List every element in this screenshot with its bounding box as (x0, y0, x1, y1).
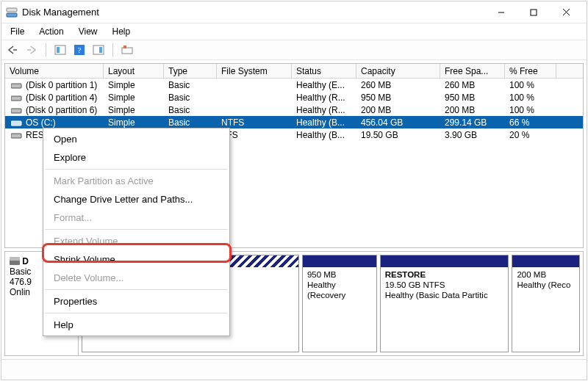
svg-rect-15 (11, 96, 21, 101)
minimize-button[interactable] (485, 2, 517, 23)
titlebar: Disk Management (1, 1, 587, 23)
column-volume[interactable]: Volume (5, 64, 104, 78)
column-capacity[interactable]: Capacity (356, 64, 440, 78)
context-menu-separator (45, 313, 228, 313)
context-menu-item[interactable]: Shrink Volume... (43, 250, 229, 269)
table-row[interactable]: (Disk 0 partition 4)SimpleBasicHealthy (… (5, 91, 583, 104)
partition-info: 950 MBHealthy (Recovery (303, 267, 376, 352)
maximize-button[interactable] (517, 2, 550, 23)
svg-rect-3 (531, 10, 537, 15)
cell-layout: Simple (104, 117, 164, 128)
close-button[interactable] (550, 2, 582, 23)
cell-free: 950 MB (440, 92, 505, 103)
disk-status: Onlin (10, 287, 30, 297)
svg-rect-12 (122, 48, 132, 54)
table-row[interactable]: (Disk 0 partition 1)SimpleBasicHealthy (… (5, 79, 583, 91)
menubar: File Action View Help (1, 23, 587, 40)
disk-size: 476.9 (10, 277, 32, 287)
cell-volume: OS (C:) (26, 117, 56, 128)
volume-icon (10, 119, 24, 126)
cell-free: 3.90 GB (440, 130, 505, 140)
partition-block[interactable]: 200 MBHealthy (Reco (512, 255, 580, 352)
cell-type: Basic (164, 80, 217, 90)
cell-status: Healthy (E... (292, 80, 356, 90)
cell-capacity: 19.50 GB (356, 130, 440, 140)
svg-rect-1 (7, 8, 17, 12)
cell-capacity: 260 MB (356, 80, 440, 90)
cell-status: Healthy (R... (292, 92, 356, 103)
table-header: Volume Layout Type File System Status Ca… (5, 64, 583, 79)
column-spacer (556, 64, 583, 78)
column-status[interactable]: Status (292, 64, 356, 78)
partition-header (512, 255, 579, 267)
context-menu-item[interactable]: Properties (43, 292, 229, 311)
partition-header (381, 255, 509, 267)
svg-rect-0 (7, 13, 17, 17)
toolbar-sep (46, 43, 46, 57)
cell-capacity: 456.04 GB (356, 117, 440, 128)
menu-file[interactable]: File (3, 25, 32, 38)
volume-icon (10, 131, 24, 139)
cell-volume: (Disk 0 partition 1) (26, 80, 97, 90)
context-menu-item[interactable]: Open (43, 130, 229, 148)
toolbar-button-3[interactable] (119, 42, 135, 58)
cell-capacity: 950 MB (356, 92, 440, 103)
menu-view[interactable]: View (71, 25, 105, 38)
context-menu-item: Extend Volume... (43, 232, 229, 250)
disk-type: Basic (10, 266, 31, 277)
cell-layout: Simple (104, 92, 164, 103)
context-menu: OpenExploreMark Partition as ActiveChang… (43, 128, 230, 336)
context-menu-separator (45, 229, 228, 230)
toolbar: ? (1, 40, 587, 60)
context-menu-separator (45, 289, 228, 290)
cell-volume: (Disk 0 partition 4) (26, 92, 97, 103)
app-icon (6, 7, 18, 18)
cell-layout: Simple (104, 105, 164, 115)
cell-free: 299.14 GB (440, 117, 505, 128)
column-filesystem[interactable]: File System (217, 64, 292, 78)
disk-icon (10, 256, 22, 266)
svg-rect-17 (11, 121, 21, 126)
nav-back-icon[interactable] (4, 42, 21, 58)
svg-rect-18 (11, 134, 21, 138)
partition-block[interactable]: RESTORE19.50 GB NTFSHealthy (Basic Data … (380, 255, 509, 352)
context-menu-item: Format... (43, 208, 229, 227)
context-menu-separator (45, 169, 228, 170)
svg-text:?: ? (78, 46, 82, 54)
legend-bar: Primary (1, 359, 587, 380)
menu-action[interactable]: Action (32, 25, 71, 38)
cell-fs: NTFS (217, 117, 292, 128)
context-menu-item[interactable]: Change Drive Letter and Paths... (43, 190, 229, 208)
svg-rect-11 (99, 47, 102, 53)
table-row[interactable]: (Disk 0 partition 6)SimpleBasicHealthy (… (5, 104, 583, 116)
partition-header (303, 255, 376, 267)
partition-info: 200 MBHealthy (Reco (512, 267, 579, 352)
disk-name: D (22, 256, 29, 266)
column-layout[interactable]: Layout (104, 64, 164, 78)
svg-rect-14 (11, 84, 21, 88)
cell-volume: RES (26, 130, 44, 140)
toolbar-button-2[interactable] (90, 42, 107, 58)
cell-pct: 20 % (505, 130, 556, 140)
toolbar-button-1[interactable] (52, 42, 68, 58)
context-menu-item[interactable]: Help (43, 316, 229, 334)
cell-pct: 100 % (505, 92, 556, 103)
cell-status: Healthy (B... (292, 130, 356, 140)
column-type[interactable]: Type (164, 64, 217, 78)
cell-status: Healthy (B... (292, 117, 356, 128)
context-menu-item[interactable]: Explore (43, 148, 229, 167)
help-icon[interactable]: ? (71, 42, 87, 58)
cell-volume: (Disk 0 partition 6) (26, 105, 97, 115)
partition-block[interactable]: 950 MBHealthy (Recovery (302, 255, 377, 352)
column-freespace[interactable]: Free Spa... (440, 64, 505, 78)
cell-free: 200 MB (440, 105, 505, 115)
svg-rect-19 (10, 260, 20, 265)
cell-layout: Simple (104, 80, 164, 90)
table-row[interactable]: OS (C:)SimpleBasicNTFSHealthy (B...456.0… (5, 116, 583, 128)
column-pctfree[interactable]: % Free (505, 64, 556, 78)
cell-free: 260 MB (440, 80, 505, 90)
cell-pct: 100 % (505, 80, 556, 90)
menu-help[interactable]: Help (105, 25, 138, 38)
partition-info: RESTORE19.50 GB NTFSHealthy (Basic Data … (381, 267, 509, 352)
nav-forward-icon[interactable] (24, 42, 40, 58)
